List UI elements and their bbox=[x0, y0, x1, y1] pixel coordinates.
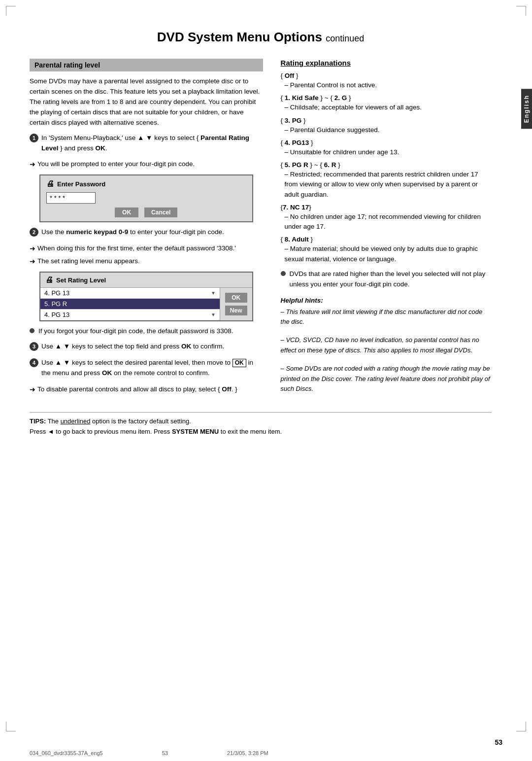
step-2-content: Use the numeric keypad 0-9 to enter your… bbox=[41, 227, 263, 238]
step-4-ok: OK bbox=[102, 369, 112, 377]
step-1-content: In 'System Menu-Playback,' use ▲ ▼ keys … bbox=[41, 133, 263, 154]
dialog-buttons: OK Cancel bbox=[46, 208, 246, 217]
step-3-ok: OK bbox=[181, 343, 191, 350]
page-title: DVD System Menu Options continued bbox=[30, 30, 492, 45]
rating-nc17-desc: – No children under age 17; not recommen… bbox=[281, 212, 492, 232]
step-1: 1 In 'System Menu-Playback,' use ▲ ▼ key… bbox=[30, 133, 263, 154]
rating-item-2-label: 5. PG R bbox=[44, 300, 67, 308]
corner-mark-br bbox=[516, 722, 526, 731]
arrow-hint-4-text: To disable parental controls and allow a… bbox=[37, 384, 237, 394]
step-3-content: Use ▲ ▼ keys to select the top field and… bbox=[41, 342, 263, 352]
arrow-symbol-4: ➜ bbox=[30, 384, 35, 395]
rating-up-arrow: ▼ bbox=[211, 290, 216, 296]
helpful-hint-1: – This feature will not limit viewing if… bbox=[281, 307, 492, 328]
rating-ok-btn[interactable]: OK bbox=[225, 293, 247, 303]
rating-pg13-label: { 4. PG13 } bbox=[281, 139, 492, 146]
corner-mark-tl bbox=[6, 6, 16, 16]
ok-button[interactable]: OK bbox=[115, 208, 138, 217]
arrow-symbol-2: ➜ bbox=[30, 243, 35, 254]
step-1-number: 1 bbox=[30, 134, 38, 142]
rating-kidsafe-desc: – Childsafe; acceptable for viewers of a… bbox=[281, 103, 492, 112]
rating-list: 4. PG 13 ▼ 5. PG R 4. PG 13 ▼ bbox=[40, 288, 220, 320]
corner-mark-bl bbox=[6, 722, 16, 731]
footer-left: 034_060_dvdr3355-37A_eng5 bbox=[30, 750, 103, 756]
rating-item-3[interactable]: 4. PG 13 ▼ bbox=[40, 310, 220, 320]
step-1-ok: OK bbox=[96, 144, 105, 152]
tips-line2: Press ◄ to go back to previous menu item… bbox=[30, 428, 282, 435]
rating-adult-label: { 8. Adult } bbox=[281, 236, 492, 243]
rating-kidsafe-label: { 1. Kid Safe } ~ { 2. G } bbox=[281, 94, 492, 102]
arrow-hint-2: ➜ When doing this for the first time, en… bbox=[30, 243, 263, 254]
step-4-number: 4 bbox=[30, 358, 38, 367]
rating-adult-desc: – Mature material; should be viewed only… bbox=[281, 244, 492, 264]
rating-item-1[interactable]: 4. PG 13 ▼ bbox=[40, 288, 220, 299]
rating-explanations-title: Rating explanations bbox=[281, 59, 492, 67]
arrow-hint-3: ➜ The set rating level menu appears. bbox=[30, 256, 263, 267]
intro-text: Some DVDs may have a parental level assi… bbox=[30, 76, 263, 128]
footer-info: 034_060_dvdr3355-37A_eng5 53 21/3/05, 3:… bbox=[30, 750, 268, 756]
step-2: 2 Use the numeric keypad 0-9 to enter yo… bbox=[30, 227, 263, 238]
bullet-forgot-pin-text: If you forgot your four-digit pin code, … bbox=[38, 326, 233, 337]
left-column: Parental rating level Some DVDs may have… bbox=[30, 59, 263, 397]
helpful-hints: Helpful hints: – This feature will not l… bbox=[281, 297, 492, 395]
set-rating-dialog: 🖨 Set Rating Level 4. PG 13 ▼ 5. PG R bbox=[39, 272, 253, 321]
rating-adult: { 8. Adult } – Mature material; should b… bbox=[281, 236, 492, 264]
rating-dialog-body: 4. PG 13 ▼ 5. PG R 4. PG 13 ▼ bbox=[40, 288, 252, 320]
step-4-content: Use ▲ ▼ keys to select the desired paren… bbox=[41, 358, 263, 379]
rating-item-1-label: 4. PG 13 bbox=[44, 289, 69, 297]
title-continued: continued bbox=[326, 34, 364, 43]
footer-center: 53 bbox=[162, 750, 168, 756]
password-icon: 🖨 bbox=[46, 179, 54, 188]
ok-inline-box: OK bbox=[233, 359, 246, 368]
rating-nc17: {7. NC 17} – No children under age 17; n… bbox=[281, 204, 492, 232]
right-column: Rating explanations { Off } – Parental C… bbox=[281, 59, 492, 394]
step-2-number: 2 bbox=[30, 228, 38, 237]
parental-rating-heading: Parental rating level bbox=[30, 59, 263, 71]
rating-off: { Off } – Parental Control is not active… bbox=[281, 72, 492, 90]
rating-off-label: { Off } bbox=[281, 72, 492, 79]
english-tab: English bbox=[521, 89, 532, 129]
rating-new-btn[interactable]: New bbox=[225, 306, 247, 315]
password-input: * * * * bbox=[46, 192, 96, 204]
corner-mark-tr bbox=[516, 6, 526, 16]
bullet-forgot-pin: If you forgot your four-digit pin code, … bbox=[30, 326, 263, 337]
rating-kidsafe: { 1. Kid Safe } ~ { 2. G } – Childsafe; … bbox=[281, 94, 492, 112]
rating-item-3-label: 4. PG 13 bbox=[44, 311, 69, 318]
rating-item-2[interactable]: 5. PG R bbox=[40, 299, 220, 310]
tips-line1: The underlined option is the factory def… bbox=[48, 417, 191, 425]
arrow-hint-2-text: When doing this for the first time, ente… bbox=[37, 243, 236, 253]
step-3: 3 Use ▲ ▼ keys to select the top field a… bbox=[30, 342, 263, 352]
dialog-title-text: Enter Password bbox=[57, 180, 105, 188]
step-3-number: 3 bbox=[30, 342, 38, 351]
page-number: 53 bbox=[495, 738, 502, 746]
enter-password-dialog: 🖨 Enter Password * * * * OK Cancel bbox=[39, 174, 253, 222]
rating-pg: { 3. PG } – Parental Guidance suggested. bbox=[281, 117, 492, 135]
rating-down-arrow: ▼ bbox=[211, 312, 216, 317]
rating-off-desc: – Parental Control is not active. bbox=[281, 80, 492, 90]
rating-dialog-title-text: Set Rating Level bbox=[56, 277, 106, 284]
tips-section: TIPS: The underlined option is the facto… bbox=[30, 412, 492, 437]
helpful-hint-2: – VCD, SVCD, CD have no level indication… bbox=[281, 335, 492, 356]
arrow-hint-4: ➜ To disable parental controls and allow… bbox=[30, 384, 263, 395]
rating-nc17-label: {7. NC 17} bbox=[281, 204, 492, 211]
rating-dialog-title: 🖨 Set Rating Level bbox=[40, 273, 252, 288]
arrow-hint-1-text: You will be prompted to enter your four-… bbox=[37, 159, 195, 169]
step-1-bold: Parental Rating Level bbox=[41, 134, 249, 152]
arrow-symbol-3: ➜ bbox=[30, 256, 35, 267]
dialog-title: 🖨 Enter Password bbox=[46, 179, 246, 188]
rating-pgr-desc: – Restricted; recommended that parents r… bbox=[281, 170, 492, 200]
bullet-dot-1 bbox=[30, 328, 34, 333]
rating-pg-label: { 3. PG } bbox=[281, 117, 492, 124]
arrow-hint-3-text: The set rating level menu appears. bbox=[37, 256, 140, 266]
cancel-button[interactable]: Cancel bbox=[144, 208, 177, 217]
arrow-hint-1: ➜ You will be prompted to enter your fou… bbox=[30, 159, 263, 170]
two-column-layout: Parental rating level Some DVDs may have… bbox=[30, 59, 492, 397]
helpful-title: Helpful hints: bbox=[281, 297, 492, 304]
arrow-symbol-1: ➜ bbox=[30, 159, 35, 170]
rating-pgr-label: { 5. PG R } ~ { 6. R } bbox=[281, 161, 492, 169]
rating-pg-desc: – Parental Guidance suggested. bbox=[281, 125, 492, 135]
title-main: DVD System Menu Options bbox=[157, 30, 322, 44]
rating-icon: 🖨 bbox=[45, 276, 53, 284]
footer-right: 21/3/05, 3:28 PM bbox=[227, 750, 268, 756]
bullet-dvd-higher: DVDs that are rated higher than the leve… bbox=[281, 269, 492, 290]
